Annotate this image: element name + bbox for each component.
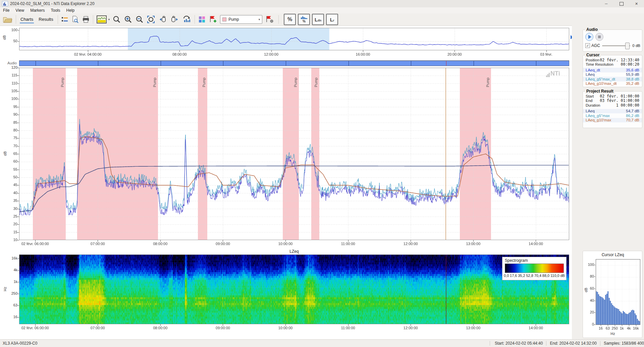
main-y-label: 70	[7, 144, 17, 148]
reset-zoom-button[interactable]	[181, 15, 193, 24]
lr-button[interactable]: Lr	[326, 14, 338, 25]
project-info-row-value: 1 00:00:00	[616, 103, 639, 108]
menu-tools[interactable]: Tools	[48, 8, 63, 13]
add-marker-button[interactable]	[207, 15, 219, 24]
main-x-label: 07:00:00	[77, 242, 118, 246]
status-separator	[546, 341, 546, 346]
cursor-lzeq-x-tick	[622, 325, 622, 326]
zoom-tool-button[interactable]	[111, 15, 122, 24]
marker-settings-button[interactable]	[264, 15, 276, 24]
audio-segment-separator	[348, 61, 349, 66]
print-button[interactable]	[80, 15, 91, 23]
main-y-label: 50	[7, 175, 17, 179]
audio-track-bar[interactable]	[19, 60, 569, 66]
marker-type-select[interactable]: Pump ▾	[220, 15, 262, 24]
spectrogram-x-label: 13:00:00	[453, 326, 493, 330]
printer-icon	[82, 16, 90, 23]
main-y-label: 45	[7, 183, 17, 187]
main-y-unit: dB	[3, 151, 7, 156]
audio-group: Audio ✓ AGC 0 dB	[583, 30, 642, 52]
chart-list-button[interactable]	[60, 16, 70, 23]
main-y-tick	[17, 185, 19, 185]
chart-type-button[interactable]	[95, 15, 108, 24]
cursor-metric-row[interactable]: LAeq55,9 dB	[583, 72, 642, 77]
status-bar: XL3 A3A-00229-C0 Start: 2024-02-02 05:44…	[0, 339, 644, 347]
open-file-button[interactable]	[1, 15, 14, 24]
maximize-button[interactable]	[614, 0, 629, 7]
main-y-tick	[17, 217, 19, 217]
play-button[interactable]	[585, 33, 593, 41]
project-metric-row-label: LAeq_g10'max	[586, 118, 611, 122]
hand-right-icon	[170, 15, 179, 23]
main-y-tick	[17, 99, 19, 99]
cursor-metric-row-value: 35,6 dB	[626, 68, 639, 72]
overview-x-tick	[179, 50, 180, 52]
spectrogram-legend: Spectrogram 0,017,635,252,870,488,0110,0…	[502, 257, 567, 280]
nti-watermark: NTi	[546, 70, 560, 77]
main-x-label: 11:00:00	[328, 242, 368, 246]
reset-zoom-icon	[182, 15, 191, 23]
main-y-tick	[17, 130, 19, 131]
overview-x-label: 12:00:00	[253, 52, 290, 56]
gain-slider-handle[interactable]	[625, 43, 630, 49]
marker-swatch	[222, 17, 226, 21]
zoom-selection-icon	[147, 15, 155, 23]
project-info-row-label: End	[586, 99, 592, 103]
project-metric-row[interactable]: LAeq_g5"max86,2 dB	[583, 113, 642, 118]
nti-logo-bars	[546, 73, 550, 77]
menu-markers[interactable]: Markers	[27, 8, 48, 13]
menu-help[interactable]: Help	[63, 8, 78, 13]
project-info-row: Duration1 00:00:00	[583, 103, 642, 108]
main-y-label: 65	[7, 152, 17, 156]
project-metric-row-label: LAeq_g5"max	[586, 114, 610, 118]
pan-left-button[interactable]	[157, 15, 169, 24]
audio-segment-separator	[36, 61, 36, 66]
project-info-row-label: Start	[586, 94, 594, 98]
audio-track-label: Audio	[7, 61, 17, 65]
percentiles-button[interactable]: %	[284, 14, 296, 25]
stop-button[interactable]	[595, 33, 603, 41]
menu-file[interactable]: File	[0, 8, 12, 13]
close-button[interactable]: ✕	[629, 0, 644, 7]
main-x-label: 10:00:00	[265, 242, 306, 246]
gain-slider[interactable]	[602, 45, 630, 46]
ln-histogram-icon: %	[300, 16, 308, 23]
project-metric-row[interactable]: LAeq54,7 dB	[583, 109, 642, 114]
zoom-in-button[interactable]	[122, 15, 134, 24]
ldn-button[interactable]: Ldn	[312, 14, 324, 25]
cursor-metric-row[interactable]: LAeq_g5"max_dt38,8 dB	[583, 77, 642, 81]
cursor-lzeq-y-label: 40	[587, 298, 594, 302]
cursor-metric-row[interactable]: LAeq_dt35,6 dB	[583, 68, 642, 72]
marker-colors-button[interactable]	[197, 15, 207, 24]
overview-x-label: 20:00:00	[436, 52, 473, 56]
chart-type-caret[interactable]: ▾	[108, 18, 110, 21]
spectrogram-y-label: 16k	[7, 256, 17, 260]
window-title: 2024-02-02_SLM_001 - NTi Data Explorer 2…	[10, 1, 95, 6]
audio-cursor-line	[446, 61, 446, 66]
spectrogram-x-label: 09:00:00	[203, 326, 243, 330]
ln-statistics-button[interactable]: %	[298, 14, 310, 25]
project-result-group: Project Result Start02 févr. 01:00:00End…	[583, 91, 642, 128]
print-preview-button[interactable]	[70, 15, 80, 24]
svg-text:%: %	[303, 19, 306, 23]
project-metric-row[interactable]: LAeq_g10'max70,7 dB	[583, 118, 642, 123]
audio-segment-separator	[474, 61, 474, 66]
main-x-label: 14:00:00	[516, 242, 556, 246]
side-panel: Audio ✓ AGC 0 dB Cursor Position02 févr.…	[572, 25, 644, 340]
cursor-metric-row[interactable]: LAeq_g10'max_dt35,2 dB	[583, 81, 642, 86]
cursor-metric-row-value: 35,2 dB	[626, 81, 639, 85]
stop-icon	[598, 36, 601, 38]
pan-right-button[interactable]	[169, 15, 181, 24]
minimize-button[interactable]: ─	[599, 0, 614, 7]
zoom-out-button[interactable]	[134, 15, 145, 24]
print-preview-icon	[71, 16, 79, 23]
overview-x-tick	[88, 50, 88, 52]
charts-tab[interactable]: Charts	[18, 15, 36, 23]
overview-x-tick	[363, 50, 363, 52]
marker-label: Pump	[486, 70, 490, 87]
zoom-selection-button[interactable]	[145, 15, 157, 24]
agc-checkbox[interactable]: ✓	[585, 43, 590, 48]
results-tab[interactable]: Results	[36, 15, 56, 23]
menu-view[interactable]: View	[12, 8, 27, 13]
marker-label: Pump	[60, 70, 64, 87]
